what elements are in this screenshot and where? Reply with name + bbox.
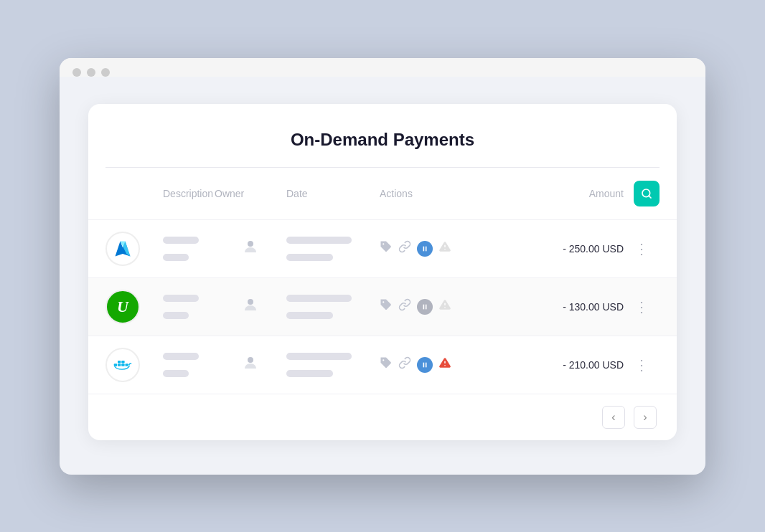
skeleton-date-2a <box>286 295 352 302</box>
svg-rect-16 <box>114 364 117 366</box>
more-button-2[interactable]: ⋮ <box>634 298 649 315</box>
skeleton-date-1a <box>286 237 352 244</box>
col-date-header: Date <box>286 188 380 199</box>
pause-badge-3[interactable] <box>417 357 433 373</box>
svg-point-10 <box>248 299 253 305</box>
skeleton-desc-1a <box>163 237 199 244</box>
skeleton-date-3b <box>286 370 333 377</box>
amount-col-2: - 130.00 USD <box>509 301 624 313</box>
svg-rect-20 <box>121 364 124 366</box>
skeleton-desc-3b <box>163 370 189 377</box>
amount-col-1: - 250.00 USD <box>509 243 624 255</box>
col-owner-header: Owner <box>215 188 286 199</box>
link-icon-3[interactable] <box>398 356 411 373</box>
col-amount-header: Amount <box>509 188 624 199</box>
tag-icon-1[interactable] <box>380 240 393 257</box>
svg-point-5 <box>382 243 384 244</box>
svg-point-9 <box>444 249 446 250</box>
svg-point-27 <box>444 365 446 366</box>
window-dot-2 <box>87 68 95 77</box>
next-page-button[interactable]: › <box>634 406 657 429</box>
skeleton-desc-3a <box>163 353 199 360</box>
more-col-1: ⋮ <box>624 240 660 257</box>
owner-icon-1 <box>242 238 259 260</box>
owner-icon-3 <box>242 354 259 376</box>
payments-card: On-Demand Payments Description Owner Dat… <box>88 104 677 440</box>
skeleton-desc-1b <box>163 254 189 261</box>
app-logo-azure <box>105 232 163 266</box>
link-icon-1[interactable] <box>398 240 411 257</box>
skeleton-date-3a <box>286 353 352 360</box>
description-col-2 <box>163 292 215 322</box>
skeleton-date-1b <box>286 254 333 261</box>
svg-rect-6 <box>423 246 425 251</box>
svg-rect-13 <box>426 304 427 309</box>
pause-badge-1[interactable] <box>417 241 433 257</box>
svg-rect-17 <box>118 364 121 366</box>
actions-col-2 <box>380 298 509 315</box>
actions-col-3 <box>380 356 509 373</box>
more-col-3: ⋮ <box>624 356 660 374</box>
col-description-header: Description <box>163 188 215 199</box>
page-title: On-Demand Payments <box>88 104 677 167</box>
svg-rect-21 <box>126 364 128 366</box>
table-row: - 210.00 USD ⋮ <box>88 336 677 394</box>
svg-rect-18 <box>118 360 121 363</box>
svg-point-22 <box>248 357 253 363</box>
svg-rect-19 <box>121 360 124 363</box>
table-row: U <box>88 277 677 336</box>
date-col-1 <box>286 234 380 264</box>
owner-icon-2 <box>242 296 259 318</box>
warning-icon-2[interactable] <box>438 298 451 315</box>
svg-rect-25 <box>426 362 427 367</box>
svg-point-15 <box>444 307 446 308</box>
app-logo-docker <box>105 348 163 382</box>
svg-point-11 <box>382 301 384 303</box>
tag-icon-2[interactable] <box>380 298 393 315</box>
svg-rect-24 <box>423 362 425 367</box>
table-row: - 250.00 USD ⋮ <box>88 219 677 277</box>
svg-rect-12 <box>423 304 425 309</box>
browser-window: On-Demand Payments Description Owner Dat… <box>60 58 705 475</box>
owner-col-1 <box>215 238 286 260</box>
svg-point-4 <box>248 241 253 247</box>
col-actions-header: Actions <box>380 188 509 199</box>
skeleton-desc-2b <box>163 312 189 319</box>
skeleton-date-2b <box>286 312 333 319</box>
svg-rect-7 <box>426 246 427 251</box>
prev-page-button[interactable]: ‹ <box>602 406 625 429</box>
skeleton-desc-2a <box>163 295 199 302</box>
pause-badge-2[interactable] <box>417 299 433 315</box>
link-icon-2[interactable] <box>398 298 411 315</box>
svg-line-1 <box>649 196 651 198</box>
window-dot-1 <box>72 68 81 77</box>
more-button-3[interactable]: ⋮ <box>634 356 649 374</box>
search-button[interactable] <box>634 181 660 206</box>
warning-icon-1[interactable] <box>438 240 451 257</box>
actions-col-1 <box>380 240 509 257</box>
date-col-2 <box>286 292 380 322</box>
pagination-bar: ‹ › <box>88 394 677 440</box>
more-button-1[interactable]: ⋮ <box>634 240 649 257</box>
browser-chrome <box>60 58 705 77</box>
amount-col-3: - 210.00 USD <box>509 359 624 371</box>
description-col-1 <box>163 234 215 264</box>
search-btn-container <box>624 181 660 206</box>
warning-icon-3[interactable] <box>438 356 451 373</box>
tag-icon-3[interactable] <box>380 356 393 373</box>
description-col-3 <box>163 350 215 380</box>
app-logo-upwork: U <box>105 290 163 324</box>
svg-point-23 <box>382 359 384 361</box>
date-col-3 <box>286 350 380 380</box>
table-header: Description Owner Date Actions Amount <box>88 168 677 219</box>
more-col-2: ⋮ <box>624 298 660 315</box>
window-dot-3 <box>101 68 110 77</box>
owner-col-2 <box>215 296 286 318</box>
owner-col-3 <box>215 354 286 376</box>
